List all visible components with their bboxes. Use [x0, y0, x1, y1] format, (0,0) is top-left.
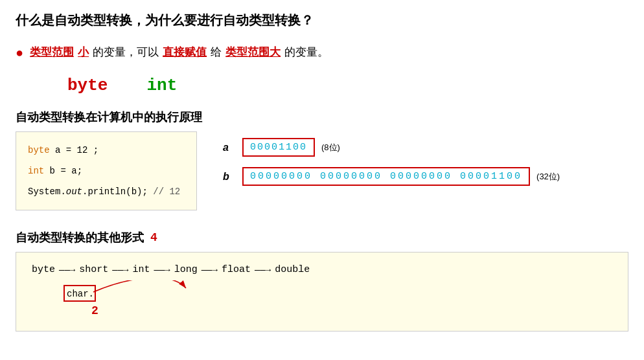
bit-label-a: (8位)	[321, 142, 340, 153]
other-section: 自动类型转换的其他形式 4 byte ——→ short ——→ int ——→…	[16, 230, 628, 332]
binary-label-a: a	[223, 142, 236, 153]
chain-long: long ——→	[174, 264, 222, 275]
chain-double: double	[275, 264, 310, 275]
binary-section: a 00001100 (8位) b 00000000 00000000 0000…	[223, 131, 560, 186]
main-title: 什么是自动类型转换，为什么要进行自动类型转换？	[16, 12, 628, 29]
chain-float: float ——→	[222, 264, 275, 275]
text-assign: 直接赋值	[163, 43, 207, 63]
binary-row-a: a 00001100 (8位)	[223, 138, 560, 157]
binary-box-b: 00000000 00000000 00000000 00001100	[242, 167, 530, 186]
code-line2: int b = a;	[28, 162, 185, 180]
arrow-svg: char. 2	[45, 280, 271, 319]
binary-box-a: 00001100	[242, 138, 315, 157]
text-end: 的变量。	[284, 43, 328, 63]
code-line3: System.out.println(b); // 12	[28, 183, 185, 201]
bit-label-b: (32位)	[536, 171, 560, 183]
chain-short: short ——→	[79, 264, 132, 275]
bullet-section: ● 类型范围小的变量，可以直接赋值给类型范围大的变量。	[16, 41, 628, 64]
text-give: 给	[211, 43, 222, 63]
text-of: 的变量，可以	[93, 43, 159, 63]
other-title-row: 自动类型转换的其他形式 4	[16, 230, 628, 245]
bullet-dot: ●	[16, 41, 23, 64]
code-box: byte a = 12 ; int b = a; System.out.prin…	[16, 131, 197, 210]
char-annotation-row: char. 2	[45, 280, 612, 319]
chain-box: byte ——→ short ——→ int ——→ long ——→ floa…	[16, 252, 628, 332]
chain-row: byte ——→ short ——→ int ——→ long ——→ floa…	[32, 264, 612, 275]
section1-title: 自动类型转换在计算机中的执行原理	[16, 109, 628, 125]
type-display: byte int	[67, 76, 628, 95]
annotation-4: 4	[150, 231, 157, 244]
code-line1: byte a = 12 ;	[28, 141, 185, 159]
bullet-line: ● 类型范围小的变量，可以直接赋值给类型范围大的变量。	[16, 41, 628, 64]
text-range-big: 类型范围大	[225, 43, 281, 63]
type-int-label: int	[146, 76, 177, 95]
binary-label-b: b	[223, 171, 236, 183]
section2-title: 自动类型转换的其他形式	[16, 230, 144, 245]
text-normal: 类型范围	[30, 43, 74, 63]
svg-text:char.: char.	[67, 289, 94, 299]
chain-int: int ——→	[132, 264, 174, 275]
text-small: 小	[78, 43, 89, 63]
chain-byte: byte ——→	[32, 264, 79, 275]
svg-text:2: 2	[91, 304, 98, 317]
type-byte-label: byte	[67, 76, 108, 95]
execution-section: byte a = 12 ; int b = a; System.out.prin…	[16, 131, 628, 210]
binary-row-b: b 00000000 00000000 00000000 00001100 (3…	[223, 167, 560, 186]
